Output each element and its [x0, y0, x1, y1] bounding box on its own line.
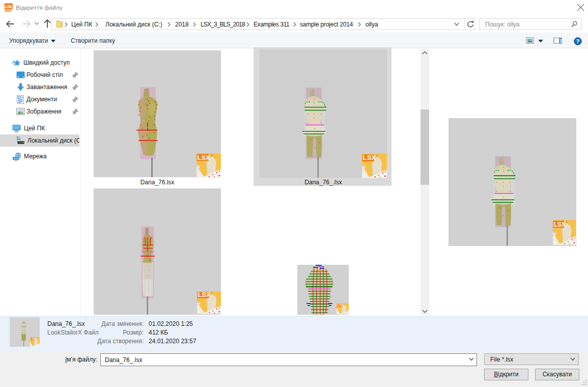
svg-text:LSX: LSX [337, 303, 344, 307]
svg-text:?: ? [576, 38, 580, 44]
svg-text:LSX: LSX [31, 337, 36, 340]
svg-text:LSX: LSX [363, 154, 376, 162]
svg-text:LSX: LSX [553, 220, 566, 228]
svg-text:LSX: LSX [198, 154, 211, 161]
svg-text:LSX: LSX [5, 4, 13, 9]
svg-text:LSX: LSX [198, 292, 211, 299]
